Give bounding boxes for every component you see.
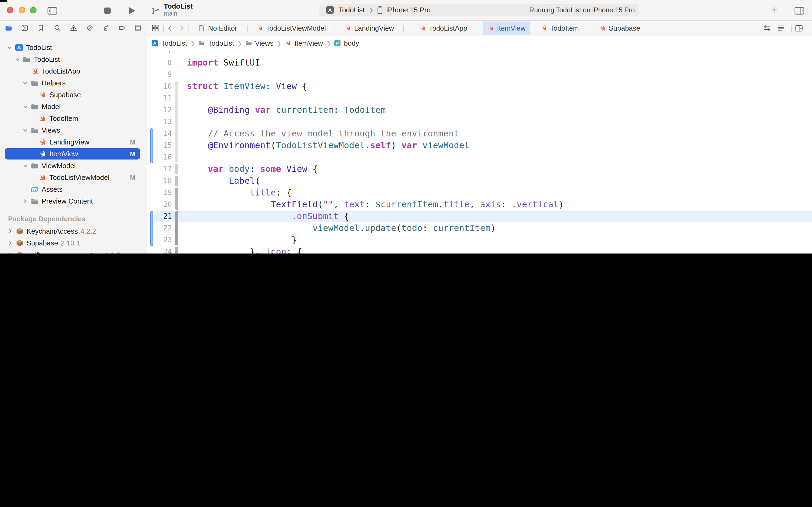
breakpoint-navigator-icon[interactable] — [118, 24, 126, 32]
breadcrumb-item-todolist[interactable]: TodoList — [198, 39, 234, 47]
swift-file-icon — [599, 25, 606, 32]
package-item-swift-concurrency-extras[interactable]: swift-concurrency-extras1.1.0 — [0, 249, 147, 253]
folder-icon — [31, 79, 39, 87]
tree-item-supabase[interactable]: Supabase — [0, 89, 147, 101]
pbadge-icon — [334, 40, 341, 47]
scheme-app-icon — [326, 6, 334, 14]
swift-icon — [38, 114, 46, 122]
fold-ribbon-segment[interactable] — [175, 246, 178, 253]
disclosure-closed-icon[interactable] — [7, 240, 13, 245]
tree-item-preview-content[interactable]: Preview Content — [0, 195, 147, 207]
open-counterpart-button[interactable] — [762, 24, 771, 32]
editor-area: No EditorTodoListViewModelLandingViewTod… — [147, 21, 812, 253]
tree-item-itemview[interactable]: ItemViewM — [0, 148, 147, 160]
go-back-button[interactable] — [164, 25, 176, 32]
tree-item-todoitem[interactable]: TodoItem — [0, 113, 147, 124]
disclosure-open-icon[interactable] — [15, 57, 20, 62]
fold-ribbon-segment[interactable] — [175, 176, 178, 186]
breadcrumb-label: ItemView — [294, 39, 323, 47]
scheme-activity-pill[interactable]: TodoList ❯ iPhone 15 Pro Running TodoLis… — [319, 4, 639, 16]
disclosure-open-icon[interactable] — [7, 45, 12, 50]
fold-ribbon-segment[interactable] — [175, 81, 178, 163]
breadcrumb-chevron: ❯ — [238, 40, 242, 46]
minimize-button[interactable] — [18, 7, 25, 13]
editor-tab-todolistapp[interactable]: TodoListApp — [404, 21, 483, 35]
tree-item-landingview[interactable]: LandingViewM — [0, 136, 147, 148]
fold-ribbon-segment[interactable] — [175, 187, 178, 210]
tree-item-label: ViewModel — [42, 162, 76, 170]
test-navigator-icon[interactable] — [85, 24, 93, 32]
package-item-supabase[interactable]: Supabase2.10.1 — [0, 237, 147, 249]
tab-label: TodoListViewModel — [266, 24, 326, 32]
find-navigator-icon[interactable] — [53, 24, 61, 32]
editor-tab-supabase[interactable]: Supabase — [589, 21, 650, 35]
menubar-artifact — [0, 0, 7, 1]
fold-ribbon-segment[interactable] — [175, 164, 178, 175]
tree-item-assets[interactable]: Assets — [0, 183, 147, 195]
editor-options-button[interactable] — [777, 24, 785, 32]
close-button[interactable] — [7, 7, 13, 13]
editor-tab-itemview[interactable]: ItemView — [483, 21, 530, 35]
run-destination[interactable]: iPhone 15 Pro — [387, 6, 431, 14]
swift-file-icon — [540, 25, 547, 32]
report-navigator-icon[interactable] — [134, 24, 142, 32]
editor-grid-button[interactable] — [147, 24, 163, 32]
debug-navigator-icon[interactable] — [102, 24, 110, 32]
zoom-button[interactable] — [31, 7, 37, 13]
tree-item-label: TodoListViewModel — [49, 173, 110, 181]
issue-navigator-icon[interactable] — [69, 24, 77, 32]
tree-item-todolistapp[interactable]: TodoListApp — [0, 65, 147, 77]
swift-file-icon — [345, 25, 351, 32]
run-button[interactable] — [128, 6, 135, 15]
project-navigator-icon[interactable] — [5, 24, 12, 32]
tab-label: LandingView — [354, 24, 394, 32]
go-forward-button[interactable] — [176, 25, 188, 32]
source-editor[interactable]: 78import SwiftUI910struct ItemView: View… — [147, 51, 812, 253]
breadcrumb-label: body — [344, 39, 359, 47]
library-plus-button[interactable] — [770, 6, 777, 13]
line-number: 24 — [147, 246, 172, 253]
sidebar-divider[interactable] — [147, 0, 147, 253]
tree-item-todolistviewmodel[interactable]: TodoListViewModelM — [0, 172, 147, 183]
scheme-name[interactable]: TodoList — [339, 6, 365, 14]
editor-tab-no-editor[interactable]: No Editor — [188, 21, 247, 35]
tree-item-todolist[interactable]: TodoList — [0, 53, 147, 65]
disclosure-open-icon[interactable] — [22, 80, 28, 86]
code-line-24: }, icon: { — [187, 246, 302, 253]
folder-icon — [31, 103, 39, 111]
editor-tab-todolistviewmodel[interactable]: TodoListViewModel — [247, 21, 335, 35]
breadcrumb-item-body[interactable]: body — [334, 39, 359, 47]
tree-item-helpers[interactable]: Helpers — [0, 77, 147, 89]
tree-item-views[interactable]: Views — [0, 124, 147, 136]
code-line-22: viewModel.update(todo: currentItem) — [187, 222, 496, 234]
swift-icon — [31, 67, 39, 75]
package-item-keychainaccess[interactable]: KeychainAccess4.2.2 — [0, 225, 147, 237]
tree-item-viewmodel[interactable]: ViewModel — [0, 160, 147, 172]
scheme-chevron: ❯ — [369, 7, 373, 13]
swift-file-icon — [419, 25, 426, 32]
bookmarks-icon[interactable] — [37, 24, 45, 32]
editor-tab-bar: No EditorTodoListViewModelLandingViewTod… — [147, 21, 812, 35]
breadcrumb-item-views[interactable]: Views — [245, 39, 274, 47]
package-label: Supabase2.10.1 — [26, 239, 80, 247]
disclosure-open-icon[interactable] — [22, 127, 28, 133]
breadcrumb-item-todolist[interactable]: TodoList — [152, 39, 187, 47]
add-editor-button[interactable] — [795, 24, 803, 32]
stop-button[interactable] — [103, 7, 111, 14]
disclosure-closed-icon[interactable] — [22, 199, 28, 204]
fold-ribbon-segment[interactable] — [175, 211, 178, 245]
editor-tab-todoitem[interactable]: TodoItem — [530, 21, 589, 35]
disclosure-closed-icon[interactable] — [7, 228, 13, 234]
disclosure-closed-icon[interactable] — [7, 252, 13, 253]
editor-tab-landingview[interactable]: LandingView — [335, 21, 404, 35]
breadcrumb-item-itemview[interactable]: ItemView — [285, 39, 323, 47]
go-forward-button-icon — [178, 25, 185, 32]
toggle-inspector-icon[interactable] — [794, 6, 804, 15]
tree-item-todolist[interactable]: TodoList — [0, 42, 147, 53]
toggle-navigator-icon[interactable] — [47, 6, 57, 15]
disclosure-open-icon[interactable] — [22, 104, 28, 109]
disclosure-open-icon[interactable] — [22, 163, 28, 168]
source-control-changes-icon[interactable] — [21, 24, 29, 32]
tree-item-model[interactable]: Model — [0, 101, 147, 113]
appstore-icon — [15, 44, 23, 52]
